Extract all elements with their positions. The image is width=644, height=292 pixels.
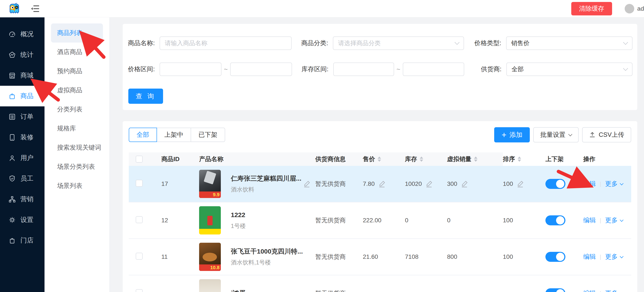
edit-link[interactable]: 编辑	[583, 252, 596, 261]
sidebar-item-decoration[interactable]: 装修	[0, 127, 44, 148]
sitemap-icon	[8, 196, 16, 203]
table-row: 12 1222 1号楼 暂无供货商 222.00 0 0 100	[129, 202, 631, 239]
submenu-item-goods-list[interactable]: 商品列表	[51, 24, 103, 42]
submenu-item-scene-category-list[interactable]: 场景分类列表	[51, 157, 103, 176]
edit-pencil-icon[interactable]	[425, 180, 433, 188]
table-row: 17 9.9 仁寿张三芝麻糕四川眉... 酒水饮料 暂无供货商	[129, 166, 631, 202]
sidebar-item-stores[interactable]: 门店	[0, 230, 44, 251]
sidebar-item-staff[interactable]: 员工	[0, 168, 44, 189]
clear-cache-button[interactable]: 清除缓存	[571, 2, 612, 16]
price-min-input[interactable]	[160, 62, 222, 76]
add-button[interactable]: + 添加	[494, 127, 530, 142]
price-type-label: 价格类型:	[474, 39, 506, 48]
sidebar-item-users[interactable]: 用户	[0, 148, 44, 168]
col-stock: 库存	[405, 152, 447, 166]
row-checkbox[interactable]	[136, 289, 143, 292]
goods-name-label: 商品名称:	[128, 39, 160, 48]
product-category: 酒水饮料,1号楼	[231, 258, 303, 266]
submenu-item-scene-list[interactable]: 场景列表	[51, 176, 103, 196]
product-image	[199, 279, 221, 292]
tablet-icon	[8, 134, 16, 141]
more-link[interactable]: 更多	[605, 216, 618, 225]
stock-min-input[interactable]	[333, 62, 394, 76]
row-checkbox[interactable]	[136, 216, 143, 223]
supplier-select[interactable]: 全部	[506, 62, 632, 76]
filter-panel: 商品名称: 请输入商品名称 商品分类: 请选择商品分类 价格类型: 销售价 价格…	[123, 24, 637, 110]
price-max-input[interactable]	[230, 62, 292, 76]
more-link[interactable]: 更多	[605, 289, 618, 292]
chevron-down-icon	[620, 255, 623, 258]
shop-bag-icon	[8, 237, 16, 244]
on-off-shelf-toggle[interactable]	[546, 179, 566, 189]
edit-pencil-icon[interactable]	[378, 180, 386, 188]
more-link[interactable]: 更多	[605, 252, 618, 261]
product-name: 张飞豆干1000克四川特...	[231, 247, 303, 256]
avatar[interactable]	[625, 4, 634, 14]
tab-on-sale[interactable]: 上架中	[156, 128, 191, 142]
stock-max-input[interactable]	[403, 62, 464, 76]
goods-category-select[interactable]: 请选择商品分类	[333, 36, 464, 50]
product-category: 酒水饮料	[231, 186, 301, 194]
sort-icon[interactable]	[518, 156, 521, 162]
main-sidebar: 概况 统计 商城 商品 订单 装修 用户 员工	[0, 17, 44, 292]
gear-icon	[8, 216, 16, 224]
col-virtual-sales: 虚拟销量	[447, 152, 503, 166]
chevron-down-icon	[620, 218, 623, 222]
chevron-down-icon	[620, 291, 623, 292]
submenu-item-virtual-goods[interactable]: 虚拟商品	[51, 81, 103, 100]
edit-link[interactable]: 编辑	[583, 289, 596, 292]
edit-pencil-icon[interactable]	[461, 180, 468, 188]
row-checkbox[interactable]	[136, 180, 143, 187]
row-checkbox[interactable]	[136, 253, 143, 260]
supplier-label: 供货商:	[474, 65, 506, 74]
goods-submenu: 商品列表 酒店商品 预约商品 虚拟商品 分类列表 规格库 搜索发现关键词 场景分…	[44, 17, 110, 292]
sidebar-item-goods[interactable]: 商品	[0, 86, 44, 106]
tab-all[interactable]: 全部	[129, 128, 157, 142]
chevron-down-icon	[568, 132, 572, 136]
submenu-item-hotel-goods[interactable]: 酒店商品	[51, 42, 103, 62]
owl-logo-icon	[8, 2, 20, 15]
price-type-select[interactable]: 销售价	[506, 36, 632, 50]
chevron-down-icon	[620, 182, 623, 186]
range-tilde: ~	[394, 66, 403, 73]
query-button[interactable]: 查 询	[128, 88, 163, 104]
edit-pencil-icon[interactable]	[303, 180, 310, 188]
csv-upload-button[interactable]: CSV上传	[582, 127, 631, 142]
goods-list-panel: 全部 上架中 已下架 + 添加 批量设置 CSV上传	[123, 121, 637, 292]
submenu-item-category-list[interactable]: 分类列表	[51, 100, 103, 119]
edit-link[interactable]: 编辑	[583, 180, 596, 188]
table-header: 商品ID 产品名称 供货商信息 售价 库存 虚拟销量	[129, 152, 631, 166]
sort-icon[interactable]	[378, 156, 381, 162]
batch-settings-button[interactable]: 批量设置	[533, 127, 579, 142]
more-link[interactable]: 更多	[605, 180, 618, 188]
submenu-item-spec-library[interactable]: 规格库	[51, 119, 103, 138]
admin-app: 清除缓存 ad 概况 统计 商城 商品 订单 装修	[0, 0, 644, 292]
sidebar-item-overview[interactable]: 概况	[0, 24, 44, 44]
submenu-item-booking-goods[interactable]: 预约商品	[51, 62, 103, 81]
col-supplier-info: 供货商信息	[315, 152, 363, 166]
product-image: 10.8	[199, 243, 221, 271]
sort-icon[interactable]	[420, 156, 423, 162]
sort-icon[interactable]	[474, 156, 478, 162]
product-name: 仁寿张三芝麻糕四川眉...	[231, 174, 301, 182]
sidebar-item-settings[interactable]: 设置	[0, 210, 44, 230]
select-all-checkbox[interactable]	[136, 156, 143, 162]
shopping-bag-icon	[8, 92, 16, 100]
sidebar-item-orders[interactable]: 订单	[0, 106, 44, 127]
submenu-item-search-keywords[interactable]: 搜索发现关键词	[51, 138, 103, 157]
table-row: 11 10.8 张飞豆干1000克四川特... 酒水饮料,1号楼 暂无供货商 2…	[129, 239, 631, 275]
on-off-shelf-toggle[interactable]	[546, 215, 566, 225]
on-off-shelf-toggle[interactable]	[546, 288, 566, 292]
edit-link[interactable]: 编辑	[583, 216, 596, 225]
tab-off-sale[interactable]: 已下架	[191, 128, 225, 142]
product-image	[199, 206, 221, 234]
sidebar-item-statistics[interactable]: 统计	[0, 44, 44, 65]
sidebar-item-marketing[interactable]: 营销	[0, 189, 44, 210]
upload-icon	[589, 132, 596, 138]
goods-name-input[interactable]: 请输入商品名称	[160, 36, 292, 50]
plus-icon: +	[502, 131, 506, 139]
collapse-sidebar-icon[interactable]	[31, 5, 40, 12]
edit-pencil-icon[interactable]	[516, 180, 524, 188]
sidebar-item-mall[interactable]: 商城	[0, 65, 44, 86]
on-off-shelf-toggle[interactable]	[546, 252, 566, 262]
